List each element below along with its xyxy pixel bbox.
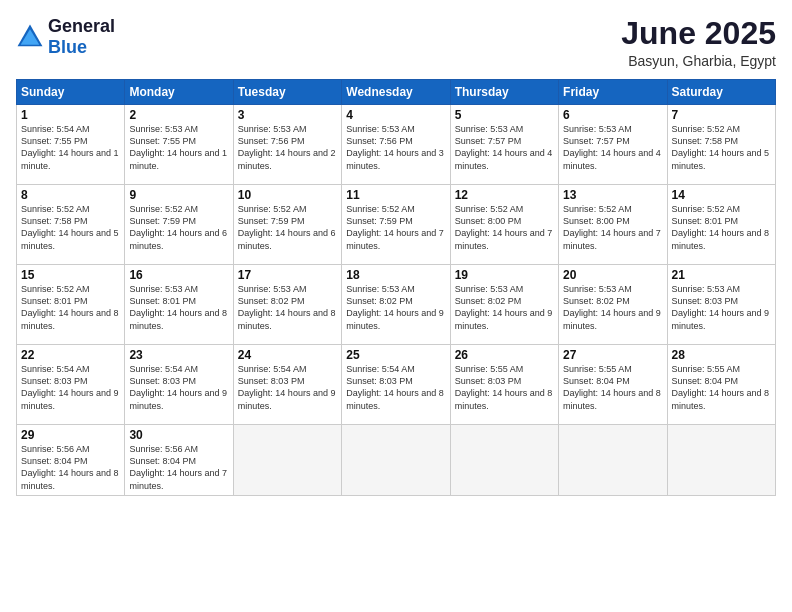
- title-block: June 2025 Basyun, Gharbia, Egypt: [621, 16, 776, 69]
- day-number: 8: [21, 188, 120, 202]
- month-year-title: June 2025: [621, 16, 776, 51]
- table-row: 23Sunrise: 5:54 AMSunset: 8:03 PMDayligh…: [125, 345, 233, 425]
- table-row: 11Sunrise: 5:52 AMSunset: 7:59 PMDayligh…: [342, 185, 450, 265]
- day-detail: Sunrise: 5:53 AMSunset: 8:01 PMDaylight:…: [129, 283, 228, 332]
- day-number: 20: [563, 268, 662, 282]
- day-detail: Sunrise: 5:53 AMSunset: 7:57 PMDaylight:…: [455, 123, 554, 172]
- day-number: 21: [672, 268, 771, 282]
- day-detail: Sunrise: 5:56 AMSunset: 8:04 PMDaylight:…: [129, 443, 228, 492]
- table-row: 26Sunrise: 5:55 AMSunset: 8:03 PMDayligh…: [450, 345, 558, 425]
- table-row: 25Sunrise: 5:54 AMSunset: 8:03 PMDayligh…: [342, 345, 450, 425]
- day-number: 6: [563, 108, 662, 122]
- table-row: 14Sunrise: 5:52 AMSunset: 8:01 PMDayligh…: [667, 185, 775, 265]
- day-number: 10: [238, 188, 337, 202]
- day-detail: Sunrise: 5:52 AMSunset: 8:01 PMDaylight:…: [21, 283, 120, 332]
- calendar-table: Sunday Monday Tuesday Wednesday Thursday…: [16, 79, 776, 496]
- table-row: 29Sunrise: 5:56 AMSunset: 8:04 PMDayligh…: [17, 425, 125, 496]
- header: General Blue June 2025 Basyun, Gharbia, …: [16, 16, 776, 69]
- day-number: 12: [455, 188, 554, 202]
- table-row: 16Sunrise: 5:53 AMSunset: 8:01 PMDayligh…: [125, 265, 233, 345]
- col-wednesday: Wednesday: [342, 80, 450, 105]
- day-number: 23: [129, 348, 228, 362]
- day-number: 5: [455, 108, 554, 122]
- day-number: 13: [563, 188, 662, 202]
- day-detail: Sunrise: 5:53 AMSunset: 8:02 PMDaylight:…: [346, 283, 445, 332]
- day-detail: Sunrise: 5:52 AMSunset: 7:58 PMDaylight:…: [672, 123, 771, 172]
- day-number: 27: [563, 348, 662, 362]
- day-detail: Sunrise: 5:52 AMSunset: 8:00 PMDaylight:…: [455, 203, 554, 252]
- table-row: 24Sunrise: 5:54 AMSunset: 8:03 PMDayligh…: [233, 345, 341, 425]
- day-detail: Sunrise: 5:52 AMSunset: 7:59 PMDaylight:…: [346, 203, 445, 252]
- day-number: 30: [129, 428, 228, 442]
- table-row: 20Sunrise: 5:53 AMSunset: 8:02 PMDayligh…: [559, 265, 667, 345]
- day-detail: Sunrise: 5:52 AMSunset: 8:00 PMDaylight:…: [563, 203, 662, 252]
- table-row: 15Sunrise: 5:52 AMSunset: 8:01 PMDayligh…: [17, 265, 125, 345]
- day-number: 14: [672, 188, 771, 202]
- table-row: 19Sunrise: 5:53 AMSunset: 8:02 PMDayligh…: [450, 265, 558, 345]
- table-row: [342, 425, 450, 496]
- col-sunday: Sunday: [17, 80, 125, 105]
- day-number: 3: [238, 108, 337, 122]
- table-row: 5Sunrise: 5:53 AMSunset: 7:57 PMDaylight…: [450, 105, 558, 185]
- day-detail: Sunrise: 5:55 AMSunset: 8:04 PMDaylight:…: [672, 363, 771, 412]
- logo-icon: [16, 23, 44, 51]
- col-friday: Friday: [559, 80, 667, 105]
- table-row: 18Sunrise: 5:53 AMSunset: 8:02 PMDayligh…: [342, 265, 450, 345]
- table-row: [233, 425, 341, 496]
- day-number: 19: [455, 268, 554, 282]
- calendar-header-row: Sunday Monday Tuesday Wednesday Thursday…: [17, 80, 776, 105]
- col-saturday: Saturday: [667, 80, 775, 105]
- day-detail: Sunrise: 5:54 AMSunset: 8:03 PMDaylight:…: [21, 363, 120, 412]
- day-number: 17: [238, 268, 337, 282]
- logo-text: General Blue: [48, 16, 115, 58]
- day-number: 29: [21, 428, 120, 442]
- table-row: 28Sunrise: 5:55 AMSunset: 8:04 PMDayligh…: [667, 345, 775, 425]
- table-row: [450, 425, 558, 496]
- day-number: 15: [21, 268, 120, 282]
- table-row: [667, 425, 775, 496]
- day-detail: Sunrise: 5:54 AMSunset: 8:03 PMDaylight:…: [129, 363, 228, 412]
- day-number: 18: [346, 268, 445, 282]
- col-thursday: Thursday: [450, 80, 558, 105]
- calendar-week-row: 22Sunrise: 5:54 AMSunset: 8:03 PMDayligh…: [17, 345, 776, 425]
- day-number: 9: [129, 188, 228, 202]
- table-row: 21Sunrise: 5:53 AMSunset: 8:03 PMDayligh…: [667, 265, 775, 345]
- day-detail: Sunrise: 5:56 AMSunset: 8:04 PMDaylight:…: [21, 443, 120, 492]
- table-row: 30Sunrise: 5:56 AMSunset: 8:04 PMDayligh…: [125, 425, 233, 496]
- location-subtitle: Basyun, Gharbia, Egypt: [621, 53, 776, 69]
- day-number: 26: [455, 348, 554, 362]
- day-detail: Sunrise: 5:52 AMSunset: 7:59 PMDaylight:…: [129, 203, 228, 252]
- day-detail: Sunrise: 5:53 AMSunset: 8:02 PMDaylight:…: [238, 283, 337, 332]
- day-detail: Sunrise: 5:53 AMSunset: 8:02 PMDaylight:…: [563, 283, 662, 332]
- day-number: 4: [346, 108, 445, 122]
- day-number: 11: [346, 188, 445, 202]
- logo-blue: Blue: [48, 37, 87, 57]
- day-number: 25: [346, 348, 445, 362]
- day-detail: Sunrise: 5:53 AMSunset: 7:56 PMDaylight:…: [238, 123, 337, 172]
- logo: General Blue: [16, 16, 115, 58]
- logo-general: General: [48, 16, 115, 36]
- day-number: 28: [672, 348, 771, 362]
- day-detail: Sunrise: 5:53 AMSunset: 8:02 PMDaylight:…: [455, 283, 554, 332]
- day-detail: Sunrise: 5:52 AMSunset: 8:01 PMDaylight:…: [672, 203, 771, 252]
- calendar-week-row: 29Sunrise: 5:56 AMSunset: 8:04 PMDayligh…: [17, 425, 776, 496]
- day-detail: Sunrise: 5:54 AMSunset: 8:03 PMDaylight:…: [238, 363, 337, 412]
- table-row: 3Sunrise: 5:53 AMSunset: 7:56 PMDaylight…: [233, 105, 341, 185]
- table-row: 12Sunrise: 5:52 AMSunset: 8:00 PMDayligh…: [450, 185, 558, 265]
- day-detail: Sunrise: 5:52 AMSunset: 7:58 PMDaylight:…: [21, 203, 120, 252]
- table-row: 17Sunrise: 5:53 AMSunset: 8:02 PMDayligh…: [233, 265, 341, 345]
- day-number: 22: [21, 348, 120, 362]
- table-row: 27Sunrise: 5:55 AMSunset: 8:04 PMDayligh…: [559, 345, 667, 425]
- day-detail: Sunrise: 5:54 AMSunset: 7:55 PMDaylight:…: [21, 123, 120, 172]
- table-row: 9Sunrise: 5:52 AMSunset: 7:59 PMDaylight…: [125, 185, 233, 265]
- calendar-week-row: 1Sunrise: 5:54 AMSunset: 7:55 PMDaylight…: [17, 105, 776, 185]
- table-row: 8Sunrise: 5:52 AMSunset: 7:58 PMDaylight…: [17, 185, 125, 265]
- day-detail: Sunrise: 5:54 AMSunset: 8:03 PMDaylight:…: [346, 363, 445, 412]
- day-number: 2: [129, 108, 228, 122]
- table-row: 4Sunrise: 5:53 AMSunset: 7:56 PMDaylight…: [342, 105, 450, 185]
- calendar-week-row: 15Sunrise: 5:52 AMSunset: 8:01 PMDayligh…: [17, 265, 776, 345]
- table-row: 10Sunrise: 5:52 AMSunset: 7:59 PMDayligh…: [233, 185, 341, 265]
- table-row: 13Sunrise: 5:52 AMSunset: 8:00 PMDayligh…: [559, 185, 667, 265]
- day-number: 16: [129, 268, 228, 282]
- col-monday: Monday: [125, 80, 233, 105]
